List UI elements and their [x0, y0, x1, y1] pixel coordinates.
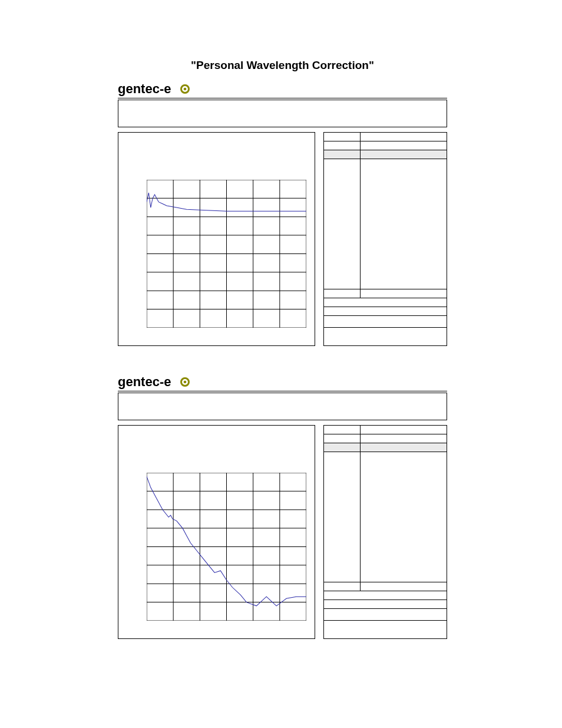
chart-a-title: [118, 133, 315, 136]
value-date: [361, 443, 447, 452]
divider: [118, 391, 447, 391]
value-model: [361, 133, 447, 141]
cert-title-box: [118, 393, 447, 420]
calibrated-by: [324, 298, 447, 307]
divider: [118, 98, 447, 98]
svg-text:gentec-e: gentec-e: [118, 374, 171, 389]
label-serial: [324, 141, 361, 150]
svg-point-21: [184, 381, 187, 384]
chart-a-area: [147, 180, 306, 328]
chart-b-area: [147, 473, 306, 621]
label-spare: [324, 582, 361, 591]
cert-title-box: [118, 100, 447, 127]
nist-note: [324, 609, 447, 621]
calibrated-by: [324, 591, 447, 600]
brand-logo: gentec-e: [118, 374, 212, 390]
value-date: [361, 150, 447, 159]
label-model: [324, 133, 361, 141]
value-serial: [361, 434, 447, 443]
certificate-a: gentec-e: [118, 77, 447, 346]
chart-b-curve: [147, 473, 306, 621]
label-date: [324, 150, 361, 159]
value-model: [361, 426, 447, 434]
verified-by: [324, 600, 447, 609]
certificate-b: gentec-e: [118, 370, 447, 639]
chart-b-title: [118, 426, 315, 429]
brand-logo: gentec-e: [118, 81, 212, 97]
label-model: [324, 426, 361, 434]
label-serial: [324, 434, 361, 443]
info-box-a: [323, 132, 447, 346]
label-date: [324, 443, 361, 452]
address: [324, 621, 447, 638]
svg-point-2: [184, 88, 187, 91]
label-spare: [324, 289, 361, 298]
value-spare: [361, 582, 447, 591]
nist-note: [324, 316, 447, 328]
verified-by: [324, 307, 447, 316]
value-spare: [361, 289, 447, 298]
page-title: "Personal Wavelength Correction": [118, 59, 447, 72]
chart-b-box: [118, 425, 315, 639]
address: [324, 328, 447, 345]
chart-a-curve: [147, 180, 306, 328]
svg-text:gentec-e: gentec-e: [118, 81, 171, 96]
chart-a-box: [118, 132, 315, 346]
value-serial: [361, 141, 447, 150]
info-box-b: [323, 425, 447, 639]
